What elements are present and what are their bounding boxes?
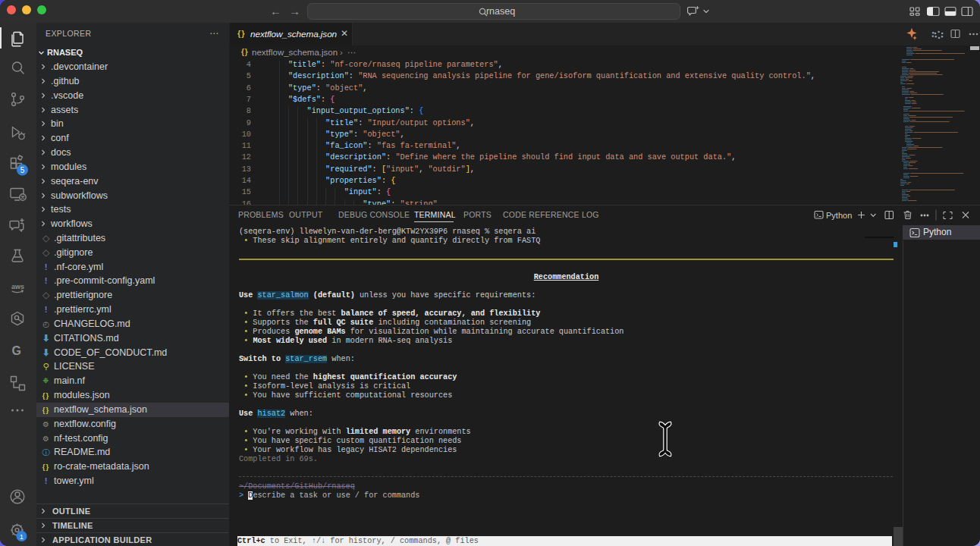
svg-text:aws: aws: [11, 283, 24, 290]
svg-text:5: 5: [20, 166, 25, 174]
svg-text:1: 1: [20, 532, 24, 541]
svg-text:G: G: [12, 344, 21, 357]
svg-text:Python: Python: [826, 211, 852, 220]
